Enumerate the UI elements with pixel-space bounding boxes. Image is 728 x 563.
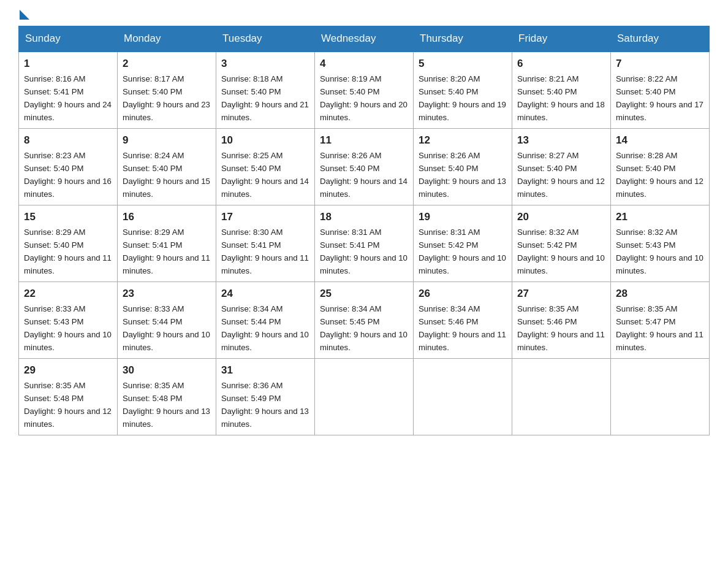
calendar-week-row-2: 8 Sunrise: 8:23 AMSunset: 5:40 PMDayligh…	[19, 129, 710, 205]
day-info: Sunrise: 8:35 AMSunset: 5:46 PMDaylight:…	[517, 304, 605, 352]
day-number: 5	[419, 56, 507, 72]
day-number: 23	[123, 286, 211, 302]
day-number: 24	[221, 286, 309, 302]
day-info: Sunrise: 8:29 AMSunset: 5:41 PMDaylight:…	[123, 228, 210, 275]
day-info: Sunrise: 8:23 AMSunset: 5:40 PMDaylight:…	[24, 151, 112, 199]
day-info: Sunrise: 8:19 AMSunset: 5:40 PMDaylight:…	[320, 74, 408, 122]
weekday-header-sunday: Sunday	[19, 26, 118, 52]
calendar-cell: 7 Sunrise: 8:22 AMSunset: 5:40 PMDayligh…	[611, 52, 710, 129]
calendar-cell: 15 Sunrise: 8:29 AMSunset: 5:40 PMDaylig…	[19, 205, 118, 282]
day-info: Sunrise: 8:35 AMSunset: 5:48 PMDaylight:…	[24, 381, 112, 429]
day-number: 17	[221, 209, 309, 225]
day-number: 15	[24, 209, 112, 225]
day-number: 26	[419, 286, 507, 302]
day-info: Sunrise: 8:24 AMSunset: 5:40 PMDaylight:…	[123, 151, 210, 199]
weekday-header-friday: Friday	[512, 26, 611, 52]
calendar-week-row-3: 15 Sunrise: 8:29 AMSunset: 5:40 PMDaylig…	[19, 205, 710, 282]
day-number: 3	[221, 56, 309, 72]
day-number: 18	[320, 209, 408, 225]
calendar-cell: 11 Sunrise: 8:26 AMSunset: 5:40 PMDaylig…	[315, 129, 414, 205]
day-number: 12	[419, 132, 507, 148]
day-number: 8	[24, 132, 112, 148]
day-info: Sunrise: 8:36 AMSunset: 5:49 PMDaylight:…	[221, 381, 309, 429]
calendar-cell: 19 Sunrise: 8:31 AMSunset: 5:42 PMDaylig…	[414, 205, 512, 282]
day-info: Sunrise: 8:29 AMSunset: 5:40 PMDaylight:…	[24, 228, 112, 275]
day-info: Sunrise: 8:34 AMSunset: 5:46 PMDaylight:…	[419, 304, 506, 352]
day-number: 22	[24, 286, 112, 302]
day-number: 1	[24, 56, 112, 72]
day-info: Sunrise: 8:30 AMSunset: 5:41 PMDaylight:…	[221, 228, 309, 275]
calendar-cell: 18 Sunrise: 8:31 AMSunset: 5:41 PMDaylig…	[315, 205, 414, 282]
day-number: 19	[419, 209, 507, 225]
weekday-header-monday: Monday	[118, 26, 216, 52]
day-number: 10	[221, 132, 309, 148]
calendar-cell: 26 Sunrise: 8:34 AMSunset: 5:46 PMDaylig…	[414, 282, 512, 359]
day-number: 30	[123, 362, 211, 378]
day-number: 13	[517, 132, 605, 148]
day-info: Sunrise: 8:25 AMSunset: 5:40 PMDaylight:…	[221, 151, 309, 199]
day-info: Sunrise: 8:21 AMSunset: 5:40 PMDaylight:…	[517, 74, 605, 122]
calendar-cell: 14 Sunrise: 8:28 AMSunset: 5:40 PMDaylig…	[611, 129, 710, 205]
day-number: 7	[616, 56, 704, 72]
day-info: Sunrise: 8:27 AMSunset: 5:40 PMDaylight:…	[517, 151, 605, 199]
day-info: Sunrise: 8:26 AMSunset: 5:40 PMDaylight:…	[320, 151, 408, 199]
day-number: 2	[123, 56, 211, 72]
weekday-header-saturday: Saturday	[611, 26, 710, 52]
calendar-cell: 24 Sunrise: 8:34 AMSunset: 5:44 PMDaylig…	[216, 282, 315, 359]
day-number: 9	[123, 132, 211, 148]
calendar-cell: 20 Sunrise: 8:32 AMSunset: 5:42 PMDaylig…	[512, 205, 611, 282]
day-number: 28	[616, 286, 704, 302]
day-info: Sunrise: 8:18 AMSunset: 5:40 PMDaylight:…	[221, 74, 309, 122]
calendar-cell: 13 Sunrise: 8:27 AMSunset: 5:40 PMDaylig…	[512, 129, 611, 205]
day-info: Sunrise: 8:33 AMSunset: 5:44 PMDaylight:…	[123, 304, 210, 352]
weekday-header-thursday: Thursday	[414, 26, 512, 52]
day-info: Sunrise: 8:32 AMSunset: 5:42 PMDaylight:…	[517, 228, 605, 275]
day-info: Sunrise: 8:20 AMSunset: 5:40 PMDaylight:…	[419, 74, 506, 122]
calendar-cell: 22 Sunrise: 8:33 AMSunset: 5:43 PMDaylig…	[19, 282, 118, 359]
day-number: 11	[320, 132, 408, 148]
day-number: 29	[24, 362, 112, 378]
day-info: Sunrise: 8:26 AMSunset: 5:40 PMDaylight:…	[419, 151, 506, 199]
calendar-cell: 1 Sunrise: 8:16 AMSunset: 5:41 PMDayligh…	[19, 52, 118, 129]
day-info: Sunrise: 8:31 AMSunset: 5:42 PMDaylight:…	[419, 228, 506, 275]
calendar-table: SundayMondayTuesdayWednesdayThursdayFrid…	[18, 26, 710, 435]
weekday-header-wednesday: Wednesday	[315, 26, 414, 52]
calendar-cell: 2 Sunrise: 8:17 AMSunset: 5:40 PMDayligh…	[118, 52, 216, 129]
calendar-cell: 9 Sunrise: 8:24 AMSunset: 5:40 PMDayligh…	[118, 129, 216, 205]
day-number: 25	[320, 286, 408, 302]
calendar-week-row-4: 22 Sunrise: 8:33 AMSunset: 5:43 PMDaylig…	[19, 282, 710, 359]
calendar-cell: 29 Sunrise: 8:35 AMSunset: 5:48 PMDaylig…	[19, 359, 118, 435]
day-number: 31	[221, 362, 309, 378]
calendar-week-row-5: 29 Sunrise: 8:35 AMSunset: 5:48 PMDaylig…	[19, 359, 710, 435]
calendar-cell: 4 Sunrise: 8:19 AMSunset: 5:40 PMDayligh…	[315, 52, 414, 129]
calendar-cell: 23 Sunrise: 8:33 AMSunset: 5:44 PMDaylig…	[118, 282, 216, 359]
calendar-cell: 6 Sunrise: 8:21 AMSunset: 5:40 PMDayligh…	[512, 52, 611, 129]
day-number: 21	[616, 209, 704, 225]
day-info: Sunrise: 8:22 AMSunset: 5:40 PMDaylight:…	[616, 74, 703, 122]
calendar-cell	[611, 359, 710, 435]
calendar-cell: 17 Sunrise: 8:30 AMSunset: 5:41 PMDaylig…	[216, 205, 315, 282]
day-info: Sunrise: 8:31 AMSunset: 5:41 PMDaylight:…	[320, 228, 408, 275]
calendar-cell: 28 Sunrise: 8:35 AMSunset: 5:47 PMDaylig…	[611, 282, 710, 359]
calendar-cell: 31 Sunrise: 8:36 AMSunset: 5:49 PMDaylig…	[216, 359, 315, 435]
day-info: Sunrise: 8:33 AMSunset: 5:43 PMDaylight:…	[24, 304, 112, 352]
calendar-cell: 12 Sunrise: 8:26 AMSunset: 5:40 PMDaylig…	[414, 129, 512, 205]
calendar-cell: 5 Sunrise: 8:20 AMSunset: 5:40 PMDayligh…	[414, 52, 512, 129]
day-info: Sunrise: 8:32 AMSunset: 5:43 PMDaylight:…	[616, 228, 703, 275]
day-info: Sunrise: 8:35 AMSunset: 5:47 PMDaylight:…	[616, 304, 703, 352]
weekday-header-tuesday: Tuesday	[216, 26, 315, 52]
day-info: Sunrise: 8:35 AMSunset: 5:48 PMDaylight:…	[123, 381, 210, 429]
day-info: Sunrise: 8:34 AMSunset: 5:44 PMDaylight:…	[221, 304, 309, 352]
calendar-cell: 16 Sunrise: 8:29 AMSunset: 5:41 PMDaylig…	[118, 205, 216, 282]
calendar-cell	[414, 359, 512, 435]
calendar-cell: 8 Sunrise: 8:23 AMSunset: 5:40 PMDayligh…	[19, 129, 118, 205]
day-number: 20	[517, 209, 605, 225]
calendar-week-row-1: 1 Sunrise: 8:16 AMSunset: 5:41 PMDayligh…	[19, 52, 710, 129]
day-info: Sunrise: 8:34 AMSunset: 5:45 PMDaylight:…	[320, 304, 408, 352]
day-number: 27	[517, 286, 605, 302]
page-header	[18, 12, 710, 20]
logo	[18, 12, 29, 20]
day-number: 16	[123, 209, 211, 225]
calendar-cell: 21 Sunrise: 8:32 AMSunset: 5:43 PMDaylig…	[611, 205, 710, 282]
weekday-header-row: SundayMondayTuesdayWednesdayThursdayFrid…	[19, 26, 710, 52]
